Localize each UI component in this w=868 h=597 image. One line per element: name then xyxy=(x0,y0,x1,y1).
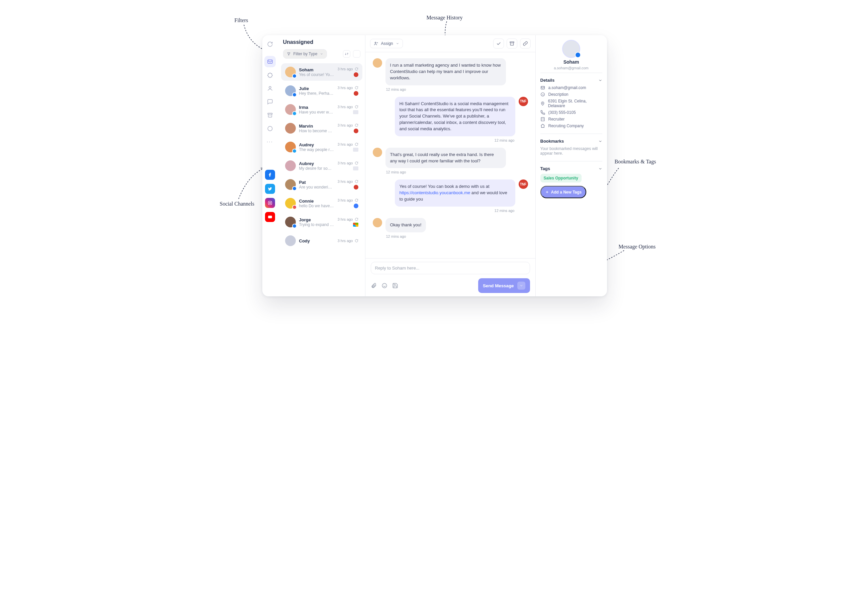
brand-icon xyxy=(353,110,358,114)
mark-done-button[interactable] xyxy=(493,39,504,49)
message-row: TNFHi Saham! ContentStudio is a social m… xyxy=(373,97,528,136)
fb-badge-icon xyxy=(292,224,297,228)
conversation-item[interactable]: IrmaHave you ever wondered3 hrs ago xyxy=(281,101,362,118)
chevron-down-icon xyxy=(320,52,323,56)
avatar xyxy=(285,217,296,227)
svg-rect-7 xyxy=(268,215,272,218)
brand-icon xyxy=(354,91,358,96)
svg-rect-0 xyxy=(268,60,273,64)
assign-button[interactable]: Assign xyxy=(370,39,403,48)
conversation-items: SohamYes of course! You can book...3 hrs… xyxy=(278,62,365,296)
nav-archive[interactable] xyxy=(264,110,276,121)
info-icon xyxy=(541,92,545,97)
chevron-down-icon[interactable] xyxy=(598,167,602,171)
nav-prospects[interactable] xyxy=(264,69,276,81)
add-tag-button[interactable]: ＋ Add a New Tags xyxy=(541,186,587,198)
details-company: Recruting Company xyxy=(541,123,602,128)
filter-by-type-button[interactable]: Filter by Type xyxy=(283,49,327,59)
send-split-icon[interactable] xyxy=(517,282,525,290)
message-bubble: I run a small marketing agency and I wan… xyxy=(385,58,506,85)
avatar xyxy=(285,123,296,134)
message-timestamp: 12 mins ago xyxy=(373,209,515,212)
link-button[interactable] xyxy=(520,39,531,49)
conversation-type-icon xyxy=(354,86,358,90)
details-section: Details a.soham@gmail.com Description 63… xyxy=(541,73,602,134)
bookmarks-title: Bookmarks xyxy=(541,139,564,144)
annotation-social: Social Channels xyxy=(220,201,255,207)
tag-chip[interactable]: Sales Opportunity xyxy=(541,174,582,183)
details-email: a.soham@gmail.com xyxy=(541,85,602,90)
fb-badge-icon xyxy=(292,92,297,97)
sort-button[interactable] xyxy=(343,50,350,58)
nav-chat[interactable] xyxy=(264,123,276,134)
mail-icon xyxy=(541,85,545,90)
svg-point-1 xyxy=(269,86,271,88)
conversation-item[interactable]: AudreyThe way people reason th3 hrs ago xyxy=(281,138,362,156)
conversation-item[interactable]: JulieHey there, Perhaps I could i...3 hr… xyxy=(281,82,362,100)
svg-point-11 xyxy=(384,285,384,286)
conversation-list: Unassigned Filter by Type SohamYes of co… xyxy=(278,35,365,296)
conversation-time: 3 hrs ago xyxy=(338,198,358,202)
brand-icon xyxy=(353,166,358,171)
reply-input[interactable]: Reply to Soham here... xyxy=(371,262,530,274)
conversation-time: 3 hrs ago xyxy=(338,86,358,90)
conversation-name: Marvin xyxy=(299,123,334,129)
select-all-checkbox[interactable] xyxy=(353,50,360,58)
message-bubble: Yes of course! You can book a demo with … xyxy=(395,180,515,206)
avatar xyxy=(285,198,296,209)
conversation-name: Connie xyxy=(299,199,334,203)
conversation-item[interactable]: SohamYes of course! You can book...3 hrs… xyxy=(281,63,362,81)
twitter-channel-icon[interactable] xyxy=(265,184,275,194)
tags-title: Tags xyxy=(541,166,550,171)
conversation-item[interactable]: AubreyMy desire for something3 hrs ago xyxy=(281,157,362,174)
conversation-name: Julie xyxy=(299,86,334,91)
conversation-item[interactable]: Cody3 hrs ago xyxy=(281,232,362,249)
send-message-button[interactable]: Send Message xyxy=(478,278,530,293)
conversation-preview: Have you ever wondered xyxy=(299,110,334,114)
conversation-name: Irma xyxy=(299,105,334,110)
conversation-preview: How to become an efficie xyxy=(299,129,334,133)
fb-badge-icon xyxy=(292,74,297,78)
nav-comments[interactable] xyxy=(264,96,276,107)
nav-more[interactable]: ··· xyxy=(264,136,276,148)
avatar xyxy=(285,85,296,96)
details-address: 6391 Elgin St. Celina, Delaware xyxy=(541,99,602,108)
brand-icon xyxy=(354,72,358,77)
save-draft-icon[interactable] xyxy=(392,282,398,289)
conversation-item[interactable]: PatAre you wondering how3 hrs ago xyxy=(281,176,362,193)
message-list: I run a small marketing agency and I wan… xyxy=(365,52,535,258)
svg-rect-13 xyxy=(541,86,544,89)
message-row: That's great, I could really use the ext… xyxy=(373,148,528,168)
conversation-type-icon xyxy=(354,239,358,243)
chevron-down-icon xyxy=(519,284,523,288)
archive-button[interactable] xyxy=(507,39,517,49)
conversation-preview: hello Do we have any update h... xyxy=(299,203,334,208)
nav-inbox[interactable] xyxy=(264,56,276,67)
conversation-preview: My desire for something xyxy=(299,166,334,171)
message-timestamp: 12 mins ago xyxy=(386,88,528,91)
conversation-time: 3 hrs ago xyxy=(338,217,358,221)
conversation-type-icon xyxy=(354,217,358,221)
app-shell: ··· Unassigned xyxy=(262,35,607,296)
conversation-name: Audrey xyxy=(299,142,334,147)
conversation-item[interactable]: MarvinHow to become an efficie3 hrs ago xyxy=(281,120,362,137)
conversation-item[interactable]: Conniehello Do we have any update h...3 … xyxy=(281,195,362,212)
svg-point-5 xyxy=(270,202,271,204)
conversation-item[interactable]: JorgeTrying to expand your bus3 hrs ago xyxy=(281,213,362,231)
message-thread: Assign I run a small marketing agency an… xyxy=(365,35,535,296)
svg-rect-2 xyxy=(268,113,273,114)
chevron-down-icon[interactable] xyxy=(598,78,602,82)
facebook-channel-icon[interactable] xyxy=(265,170,275,180)
instagram-channel-icon[interactable] xyxy=(265,198,275,208)
avatar xyxy=(285,67,296,77)
chevron-down-icon[interactable] xyxy=(598,139,602,143)
home-icon xyxy=(541,123,545,128)
conversation-time: 3 hrs ago xyxy=(338,180,358,184)
nav-people[interactable] xyxy=(264,83,276,94)
emoji-icon[interactable] xyxy=(381,282,388,289)
attachment-icon[interactable] xyxy=(371,282,377,289)
youtube-channel-icon[interactable] xyxy=(265,212,275,222)
svg-rect-9 xyxy=(510,42,514,43)
refresh-icon[interactable] xyxy=(264,39,276,50)
archive-icon xyxy=(509,41,515,46)
